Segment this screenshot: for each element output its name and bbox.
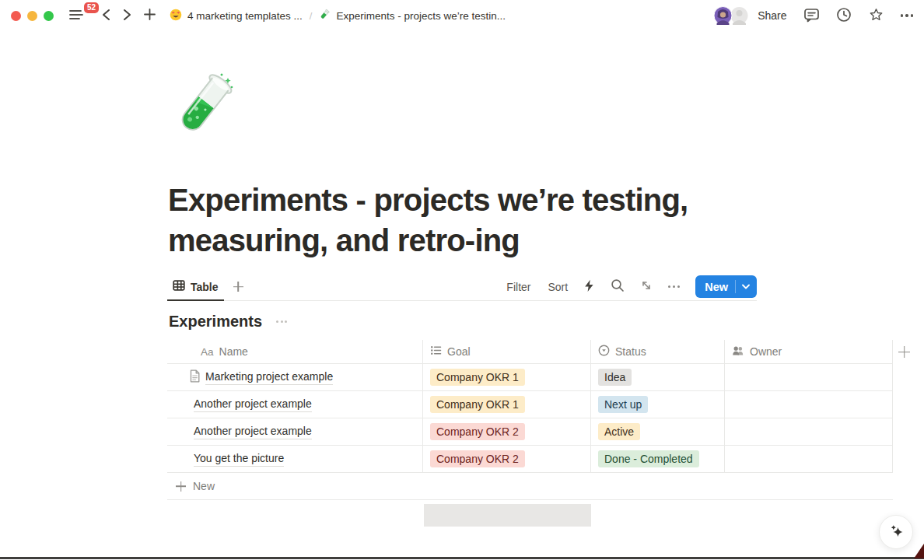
clock-icon: [836, 7, 852, 25]
status-tag: Next up: [598, 396, 648, 413]
breadcrumb-tab-current-page[interactable]: Experiments - projects we’re testin...: [319, 9, 506, 23]
column-label: Name: [219, 345, 248, 358]
page-title[interactable]: Experiments - projects we’re testing, me…: [168, 180, 771, 261]
page-icon-test-tube[interactable]: [163, 68, 241, 149]
column-header-status[interactable]: Status: [591, 340, 725, 363]
collaborator-avatars[interactable]: [714, 6, 748, 25]
minimize-window-button[interactable]: [27, 11, 37, 21]
name-cell[interactable]: Another project example: [167, 418, 423, 445]
column-header-name[interactable]: Aa Name: [167, 340, 423, 363]
table-header-row: Aa Name Goal Status Owner: [167, 340, 893, 364]
status-cell[interactable]: Idea: [591, 364, 725, 390]
breadcrumb-label: Experiments - projects we’re testin...: [336, 10, 506, 22]
ellipsis-icon: [901, 14, 914, 17]
add-row-button[interactable]: New: [167, 473, 893, 500]
ai-assistant-button[interactable]: [879, 515, 913, 549]
table-row[interactable]: You get the picture Company OKR 2 Done -…: [167, 446, 893, 473]
owner-cell[interactable]: [725, 364, 893, 390]
zoom-window-button[interactable]: [44, 11, 54, 21]
goal-tag: Company OKR 2: [430, 423, 525, 440]
comments-button[interactable]: [803, 7, 820, 25]
filter-button[interactable]: Filter: [506, 281, 530, 293]
row-title: Another project example: [194, 397, 312, 412]
owner-cell[interactable]: [725, 446, 893, 472]
plus-icon: [144, 9, 156, 23]
goal-tag: Company OKR 2: [430, 450, 525, 467]
table-row[interactable]: Marketing project example Company OKR 1 …: [167, 364, 893, 391]
row-title: Marketing project example: [205, 369, 333, 385]
updates-button[interactable]: [836, 7, 852, 25]
share-button[interactable]: Share: [758, 9, 786, 22]
name-cell[interactable]: Another project example: [167, 391, 423, 418]
notion-window: 52 4 marketing templates ... / Experimen…: [0, 0, 924, 560]
search-button[interactable]: [611, 278, 625, 295]
database-title[interactable]: Experiments: [169, 313, 262, 331]
chevron-right-icon: [123, 9, 131, 23]
name-cell[interactable]: You get the picture: [167, 446, 423, 472]
new-record-button[interactable]: New: [695, 275, 757, 298]
close-window-button[interactable]: [11, 11, 21, 21]
ellipsis-icon: [668, 285, 680, 288]
page-options-button[interactable]: [901, 14, 914, 17]
owner-cell[interactable]: [725, 418, 893, 445]
status-cell[interactable]: Next up: [591, 391, 725, 418]
hamburger-icon: [69, 9, 83, 23]
expand-view-button[interactable]: [640, 279, 653, 294]
chevron-down-icon[interactable]: [736, 284, 757, 289]
bulleted-list-icon: [430, 345, 442, 359]
add-column-button[interactable]: [898, 346, 910, 358]
goal-cell[interactable]: Company OKR 2: [423, 418, 591, 445]
window-bottom-edge: [0, 557, 924, 559]
column-label: Owner: [750, 345, 782, 358]
status-tag: Active: [598, 423, 640, 440]
row-title: Another project example: [194, 424, 312, 439]
status-cell[interactable]: Done - Completed: [591, 446, 725, 472]
breadcrumb-label: 4 marketing templates ...: [187, 10, 303, 22]
breadcrumb-tab-marketing-templates[interactable]: 4 marketing templates ...: [170, 9, 303, 23]
goal-tag: Company OKR 1: [430, 369, 525, 386]
view-tab-label: Table: [191, 281, 219, 293]
database-options-icon[interactable]: [275, 317, 289, 326]
table-row[interactable]: Another project example Company OKR 1 Ne…: [167, 391, 893, 418]
view-options-button[interactable]: [668, 285, 680, 288]
nav-forward-button[interactable]: [121, 7, 133, 25]
toolbar-actions: Filter Sort New: [489, 275, 757, 298]
goal-tag: Company OKR 1: [430, 396, 525, 413]
select-property-icon: [598, 345, 610, 359]
column-label: Goal: [447, 345, 471, 358]
page-document-icon: [189, 369, 201, 385]
favorite-button[interactable]: [868, 7, 884, 25]
expand-diagonal-icon: [640, 279, 653, 294]
status-tag: Idea: [598, 369, 632, 386]
goal-cell[interactable]: Company OKR 1: [423, 364, 591, 390]
star-struck-emoji-icon: [170, 9, 182, 23]
automations-button[interactable]: [583, 279, 595, 295]
name-cell[interactable]: Marketing project example: [167, 364, 423, 390]
plus-icon: [898, 346, 910, 358]
nav-back-button[interactable]: [100, 7, 112, 25]
notification-badge: 52: [84, 2, 99, 13]
table-grid-icon: [173, 279, 185, 294]
table-row[interactable]: Another project example Company OKR 2 Ac…: [167, 418, 893, 446]
plus-icon: [233, 282, 243, 292]
tab-table-view[interactable]: Table: [167, 273, 224, 300]
status-cell[interactable]: Active: [591, 418, 725, 445]
view-tabs: Table: [167, 273, 245, 300]
lightning-bolt-icon: [583, 279, 595, 295]
column-header-owner[interactable]: Owner: [725, 340, 893, 363]
sparkles-icon: [886, 521, 906, 544]
goal-cell[interactable]: Company OKR 1: [423, 391, 591, 418]
horizontal-scrollbar-thumb[interactable]: [424, 504, 591, 527]
add-view-button[interactable]: [232, 280, 245, 293]
cursor-artifact: [914, 544, 924, 558]
sort-button[interactable]: Sort: [548, 281, 568, 293]
new-tab-button[interactable]: [142, 7, 157, 24]
titlebar: 52 4 marketing templates ... / Experimen…: [0, 0, 924, 31]
sidebar-toggle-button[interactable]: 52: [68, 8, 85, 24]
database-toolbar: Table Filter Sort New: [167, 273, 757, 301]
owner-cell[interactable]: [725, 391, 893, 418]
goal-cell[interactable]: Company OKR 2: [423, 446, 591, 472]
row-title: You get the picture: [194, 451, 284, 467]
plus-icon: [176, 481, 186, 492]
column-header-goal[interactable]: Goal: [423, 340, 591, 363]
